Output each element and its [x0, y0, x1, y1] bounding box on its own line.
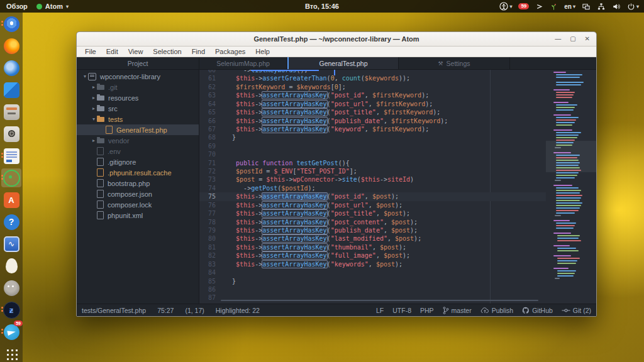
code-line-83: 83 $this->assertArrayHasKey("keywords", … — [199, 260, 596, 268]
status-github[interactable]: GitHub — [522, 307, 553, 314]
status-lf[interactable]: LF — [376, 307, 384, 314]
status-highlighted-22: Highlighted: 22 — [216, 307, 260, 314]
github-icon — [522, 307, 530, 314]
tree-item-composer-lock[interactable]: composer.lock — [77, 199, 199, 210]
menu-view[interactable]: View — [124, 48, 148, 55]
status-utf-8[interactable]: UTF-8 — [392, 307, 411, 314]
status-php[interactable]: PHP — [420, 307, 434, 314]
tree-item-composer-json[interactable]: composer.json — [77, 189, 199, 199]
line-number: 79 — [199, 226, 221, 234]
tree-item-label: composer.lock — [108, 201, 152, 209]
status-label: PHP — [420, 307, 434, 314]
tree-item-bootstrap-php[interactable]: bootstrap.php — [77, 178, 199, 189]
line-content: $this->assertArrayHasKey("publish_date",… — [221, 117, 448, 125]
displays-icon[interactable] — [582, 3, 591, 11]
activities-button[interactable]: Обзор — [6, 3, 28, 10]
minimap-row — [553, 245, 570, 246]
tree-item--env[interactable]: .env — [77, 146, 199, 156]
dock-item-archive[interactable] — [1, 102, 21, 121]
chevron-right-icon: ▸ — [91, 84, 97, 90]
status-master[interactable]: master — [443, 307, 472, 314]
minimap-row — [556, 197, 581, 199]
dock-item-chromium[interactable] — [1, 14, 21, 33]
dock-item-help[interactable]: ? — [1, 212, 21, 231]
tab-seleniummap-php[interactable]: SeleniumMap.php — [199, 57, 287, 69]
dock-item-firefox[interactable] — [1, 36, 21, 55]
minimap-row — [556, 175, 577, 176]
dock-item-media[interactable] — [1, 124, 21, 143]
dock-item-atom[interactable] — [1, 168, 21, 187]
keyboard-layout-indicator[interactable]: en ▾ — [564, 3, 575, 10]
minimap[interactable] — [546, 70, 596, 304]
minimap-row — [556, 132, 581, 133]
telegram-icon — [4, 324, 19, 340]
tab-settings[interactable]: ⚒Settings — [399, 57, 510, 69]
selection-remnant-tick — [334, 70, 335, 75]
dock-item-software[interactable]: A — [1, 190, 21, 209]
archive-icon — [4, 104, 19, 120]
minimize-button[interactable]: — — [555, 36, 561, 42]
selection-remnant — [251, 70, 319, 71]
minimap-row — [557, 273, 575, 274]
folder-icon — [97, 85, 104, 90]
close-button[interactable]: ✕ — [585, 36, 590, 42]
dock-item-gimp[interactable] — [1, 278, 21, 297]
dock-item-thunderbird[interactable] — [1, 58, 21, 77]
tree-item-resources[interactable]: ▸resources — [77, 92, 199, 103]
thunderbird-icon — [4, 60, 19, 76]
app-menu-button[interactable]: Atom ▾ — [36, 3, 69, 10]
app-menu-label: Atom — [45, 3, 63, 10]
file-icon — [97, 190, 104, 198]
tree-item-vendor[interactable]: ▸vendor — [77, 135, 199, 146]
status-publish[interactable]: Publish — [480, 307, 513, 314]
minimap-viewport[interactable] — [546, 141, 596, 172]
dock: A?∿ƶ59 — [0, 13, 23, 362]
tree-item-src[interactable]: ▸src — [77, 103, 199, 114]
volume-icon[interactable] — [612, 3, 621, 11]
dock-item-writer[interactable] — [1, 146, 21, 165]
network-icon[interactable] — [597, 3, 606, 11]
tree-item--phpunit-result-cache[interactable]: .phpunit.result.cache — [77, 167, 199, 178]
dock-item-zulip[interactable]: ƶ — [1, 300, 21, 319]
code-line-78: 78 $this->assertArrayHasKey("post_conten… — [199, 218, 596, 226]
tree-item-tests[interactable]: ▾tests — [77, 114, 199, 124]
file-icon — [97, 200, 104, 209]
menu-help[interactable]: Help — [251, 48, 274, 55]
dock-item-sysmon[interactable]: ∿ — [1, 234, 21, 253]
chevron-down-icon: ▾ — [573, 4, 575, 9]
notification-badge[interactable]: 59 — [518, 3, 529, 9]
status-git-2-[interactable]: Git (2) — [562, 307, 591, 314]
code-line-81: 81 $this->assertArrayHasKey("thumbnail",… — [199, 243, 596, 251]
minimap-row — [556, 202, 582, 204]
line-content: $this->assertArrayHasKey("keyword", $fir… — [221, 125, 429, 133]
sprout-tray-icon[interactable] — [550, 3, 558, 11]
menu-find[interactable]: Find — [187, 48, 209, 55]
tree-item-GeneralTest-php[interactable]: GeneralTest.php — [77, 124, 199, 135]
power-icon[interactable]: ▾ — [627, 3, 639, 11]
tree-item-phpunit-xml[interactable]: phpunit.xml — [77, 210, 199, 221]
dock-item-vscode[interactable] — [1, 80, 21, 99]
tab-generaltest-php[interactable]: GeneralTest.php — [287, 57, 399, 69]
menu-file[interactable]: File — [80, 48, 101, 55]
zigzag-tray-icon[interactable] — [535, 3, 543, 11]
accessibility-icon[interactable]: ▾ — [499, 2, 512, 11]
window-title: GeneralTest.php — ~/wpconnector-library … — [77, 35, 596, 43]
tree-item--git[interactable]: ▸.git — [77, 82, 199, 92]
apps-icon — [5, 348, 18, 361]
code-editor[interactable]: 60 ->listKeywords();61 $this->assertGrea… — [199, 70, 596, 304]
project-pane-header[interactable]: Project — [77, 57, 199, 69]
horizontal-scrollbar[interactable] — [221, 300, 538, 301]
code-line-82: 82 $this->assertArrayHasKey("full_image"… — [199, 251, 596, 260]
menu-edit[interactable]: Edit — [102, 48, 123, 55]
dock-item-egg[interactable] — [1, 256, 21, 275]
minimap-row — [556, 122, 575, 123]
menu-selection[interactable]: Selection — [148, 48, 186, 55]
maximize-button[interactable]: ▢ — [570, 36, 575, 42]
tree-item--gitignore[interactable]: .gitignore — [77, 156, 199, 167]
minimap-row — [553, 129, 572, 131]
dock-item-apps[interactable] — [1, 344, 21, 362]
tree-item-wpconnector-library[interactable]: ▾wpconnector-library — [77, 71, 199, 82]
minimap-row — [557, 248, 576, 249]
dock-item-telegram[interactable]: 59 — [1, 322, 21, 341]
menu-packages[interactable]: Packages — [211, 48, 250, 55]
